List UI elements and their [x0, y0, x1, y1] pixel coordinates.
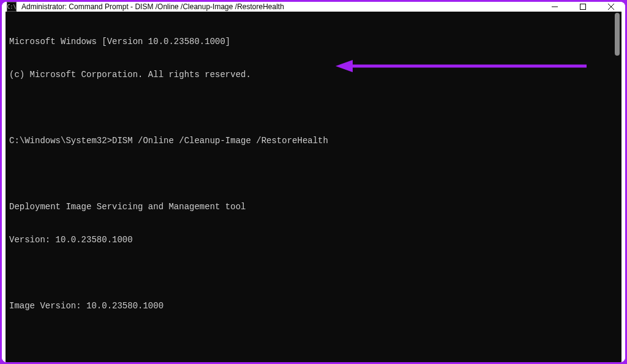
- svg-rect-1: [580, 4, 586, 10]
- close-button[interactable]: [597, 2, 625, 12]
- maximize-button[interactable]: [569, 2, 597, 12]
- cmd-icon-text: C:\: [7, 4, 16, 10]
- terminal-line: C:\Windows\System32>DISM /Online /Cleanu…: [9, 135, 618, 146]
- terminal[interactable]: Microsoft Windows [Version 10.0.23580.10…: [6, 12, 621, 362]
- terminal-line: [9, 267, 618, 278]
- terminal-line: [9, 168, 618, 179]
- scrollbar[interactable]: [614, 13, 620, 362]
- terminal-container: Microsoft Windows [Version 10.0.23580.10…: [2, 12, 625, 362]
- cmd-icon: C:\: [7, 2, 17, 12]
- terminal-line: [9, 333, 618, 344]
- scrollbar-thumb[interactable]: [615, 13, 620, 56]
- close-icon: [608, 4, 614, 10]
- terminal-line: Image Version: 10.0.23580.1000: [9, 300, 618, 311]
- window-controls: [541, 2, 625, 12]
- terminal-line: (c) Microsoft Corporation. All rights re…: [9, 69, 618, 80]
- terminal-line: Version: 10.0.23580.1000: [9, 234, 618, 245]
- command-prompt-window: C:\ Administrator: Command Prompt - DISM…: [2, 2, 625, 362]
- minimize-icon: [552, 4, 558, 10]
- titlebar[interactable]: C:\ Administrator: Command Prompt - DISM…: [2, 2, 625, 12]
- window-title: Administrator: Command Prompt - DISM /On…: [21, 2, 541, 11]
- terminal-line: [9, 102, 618, 113]
- maximize-icon: [580, 4, 586, 10]
- terminal-line: Microsoft Windows [Version 10.0.23580.10…: [9, 36, 618, 47]
- terminal-line: Deployment Image Servicing and Managemen…: [9, 201, 618, 212]
- minimize-button[interactable]: [541, 2, 569, 12]
